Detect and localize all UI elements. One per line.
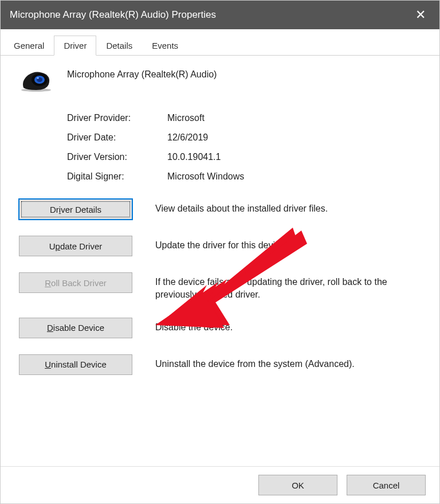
date-value: 12/6/2019 (167, 132, 208, 143)
version-label: Driver Version: (67, 152, 167, 162)
tab-driver[interactable]: Driver (54, 36, 96, 56)
driver-details-desc: View details about the installed driver … (155, 199, 421, 215)
device-name: Microphone Array (Realtek(R) Audio) (67, 67, 217, 80)
date-label: Driver Date: (67, 132, 167, 143)
info-row-signer: Digital Signer: Microsoft Windows (67, 171, 421, 182)
action-row-update: Update Driver Update the driver for this… (19, 236, 421, 256)
action-rows: Driver Details View details about the in… (19, 199, 421, 375)
svg-point-4 (37, 77, 39, 79)
titlebar: Microphone Array (Realtek(R) Audio) Prop… (1, 1, 439, 29)
provider-label: Driver Provider: (67, 113, 167, 123)
window-title: Microphone Array (Realtek(R) Audio) Prop… (10, 9, 411, 21)
roll-back-driver-desc: If the device fails after updating the d… (155, 272, 421, 302)
update-driver-desc: Update the driver for this device. (155, 236, 421, 252)
info-row-version: Driver Version: 10.0.19041.1 (67, 152, 421, 162)
disable-device-button[interactable]: Disable Device (19, 318, 132, 338)
uninstall-device-desc: Uninstall the device from the system (Ad… (155, 354, 421, 370)
signer-value: Microsoft Windows (167, 171, 244, 182)
cancel-button[interactable]: Cancel (347, 475, 426, 495)
action-row-rollback: Roll Back Driver If the device fails aft… (19, 272, 421, 302)
version-value: 10.0.19041.1 (167, 152, 221, 162)
properties-dialog: Microphone Array (Realtek(R) Audio) Prop… (0, 0, 440, 504)
dialog-button-bar: OK Cancel (1, 466, 439, 503)
disable-device-desc: Disable the device. (155, 318, 421, 334)
webcam-icon (19, 68, 53, 92)
uninstall-device-button[interactable]: Uninstall Device (19, 354, 132, 375)
driver-info-table: Driver Provider: Microsoft Driver Date: … (67, 113, 421, 182)
tab-events[interactable]: Events (142, 36, 188, 56)
close-icon[interactable]: ✕ (411, 7, 430, 22)
tab-details[interactable]: Details (96, 36, 142, 56)
driver-details-button[interactable]: Driver Details (19, 199, 132, 220)
tab-general[interactable]: General (4, 36, 54, 56)
update-driver-button[interactable]: Update Driver (19, 236, 132, 256)
tab-content-driver: Microphone Array (Realtek(R) Audio) Driv… (1, 56, 439, 466)
info-row-date: Driver Date: 12/6/2019 (67, 132, 421, 143)
ok-button[interactable]: OK (258, 475, 337, 495)
provider-value: Microsoft (167, 113, 205, 123)
action-row-disable: Disable Device Disable the device. (19, 318, 421, 338)
device-header: Microphone Array (Realtek(R) Audio) (19, 67, 421, 92)
roll-back-driver-button: Roll Back Driver (19, 272, 132, 293)
action-row-uninstall: Uninstall Device Uninstall the device fr… (19, 354, 421, 375)
signer-label: Digital Signer: (67, 171, 167, 182)
action-row-details: Driver Details View details about the in… (19, 199, 421, 220)
tab-strip: General Driver Details Events (1, 35, 439, 56)
info-row-provider: Driver Provider: Microsoft (67, 113, 421, 123)
